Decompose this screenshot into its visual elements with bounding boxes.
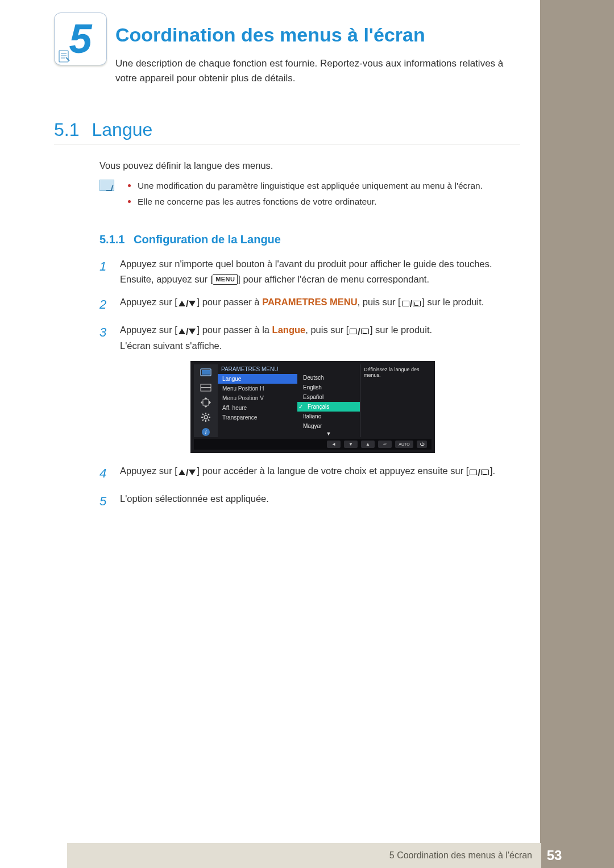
osd-button-bar: ◄ ▼ ▲ ↵ AUTO ⏻	[194, 439, 432, 450]
chapter-intro: Une description de chaque fonction est f…	[115, 56, 520, 86]
osd-enter-button-icon: ↵	[378, 441, 392, 448]
osd-icon-column: i	[194, 364, 218, 437]
osd-option-selected: Français	[297, 402, 360, 412]
osd-option: English	[297, 383, 360, 392]
osd-menu-item-selected: Langue	[218, 374, 297, 384]
osd-power-button-icon: ⏻	[417, 441, 427, 448]
subsection-header: 5.1.1 Configuration de la Langue	[99, 233, 520, 246]
monitor-icon	[199, 368, 213, 378]
chapter-badge: 5	[54, 13, 107, 65]
osd-screenshot: i PARAMETRES MENU Langue Menu Position H…	[190, 361, 520, 453]
svg-rect-7	[201, 387, 211, 388]
svg-rect-0	[59, 51, 68, 62]
svg-marker-9	[204, 397, 208, 399]
svg-marker-12	[209, 401, 211, 404]
note-item: Une modification du paramètre linguistiq…	[128, 178, 483, 194]
step-text: Appuyez sur [/] pour passer à la Langue,…	[120, 322, 432, 353]
osd-option: Español	[297, 392, 360, 402]
step: 4 Appuyez sur [/] pour accéder à la lang…	[99, 463, 520, 483]
select-enter-keys-icon: /	[470, 465, 489, 480]
pip-icon	[199, 383, 213, 393]
section-header: 5.1 Langue	[54, 119, 520, 144]
step: 1 Appuyez sur n'importe quel bouton à l'…	[99, 256, 520, 286]
note-item: Elle ne concerne pas les autres fonction…	[128, 194, 483, 210]
section-title: Langue	[92, 119, 152, 140]
step-number: 4	[99, 463, 109, 483]
info-icon	[99, 180, 114, 191]
svg-marker-11	[201, 401, 202, 404]
osd-auto-button: AUTO	[395, 441, 413, 448]
scroll-down-icon: ▼	[297, 431, 360, 437]
info-icon: i	[199, 427, 213, 437]
select-enter-keys-icon: /	[350, 324, 369, 339]
gear-icon	[199, 412, 213, 422]
step-text: Appuyez sur [/] pour accéder à la langue…	[120, 463, 495, 483]
margin-strip	[540, 0, 614, 868]
keyword-langue: Langue	[272, 325, 306, 335]
chapter-title: Coordination des menus à l'écran	[115, 17, 520, 46]
note-list: Une modification du paramètre linguistiq…	[128, 178, 483, 210]
page: 5 Coordination des menus à l'écran Une d…	[0, 0, 614, 868]
steps-list-cont: 4 Appuyez sur [/] pour accéder à la lang…	[99, 463, 520, 511]
osd-option: Italiano	[297, 412, 360, 421]
position-icon	[199, 397, 213, 408]
osd-left-button-icon: ◄	[327, 441, 341, 448]
step-text: L'option sélectionnée est appliquée.	[120, 491, 269, 511]
step: 5 L'option sélectionnée est appliquée.	[99, 491, 520, 511]
note-icon	[58, 49, 70, 63]
step-number: 5	[99, 491, 109, 511]
svg-text:i: i	[205, 429, 206, 435]
osd-menu-item: Menu Position V	[218, 393, 297, 403]
svg-marker-10	[204, 406, 208, 408]
svg-line-18	[202, 414, 204, 415]
osd-menu-item: Transparence	[218, 413, 297, 422]
osd-panel: i PARAMETRES MENU Langue Menu Position H…	[190, 361, 435, 453]
osd-option: Deutsch	[297, 373, 360, 383]
up-down-keys-icon: /	[179, 296, 196, 311]
subsection-title: Configuration de la Langue	[134, 233, 281, 246]
step-text: Appuyez sur [/] pour passer à PARAMETRES…	[120, 294, 484, 314]
step-number: 2	[99, 294, 109, 314]
step-number: 3	[99, 322, 109, 353]
section-intro: Vous pouvez définir la langue des menus.	[99, 160, 520, 171]
osd-down-button-icon: ▼	[344, 441, 358, 448]
menu-key-icon: MENU	[213, 274, 238, 285]
up-down-keys-icon: /	[179, 324, 196, 339]
svg-point-13	[204, 416, 208, 419]
osd-options-column: Deutsch English Español Français Italian…	[297, 364, 360, 437]
osd-menu-column: PARAMETRES MENU Langue Menu Position H M…	[218, 364, 297, 437]
page-footer: 5 Coordination des menus à l'écran 53	[0, 843, 614, 868]
subsection-number: 5.1.1	[99, 233, 125, 246]
note-block: Une modification du paramètre linguistiq…	[99, 178, 520, 210]
steps-list: 1 Appuyez sur n'importe quel bouton à l'…	[99, 256, 520, 353]
osd-menu-item: Menu Position H	[218, 384, 297, 393]
footer-title: 5 Coordination des menus à l'écran	[67, 843, 541, 868]
osd-tooltip: Définissez la langue des menus.	[360, 364, 427, 437]
step-text: Appuyez sur n'importe quel bouton à l'av…	[120, 256, 520, 286]
keyword-parametres-menu: PARAMETRES MENU	[262, 297, 357, 307]
select-enter-keys-icon: /	[402, 296, 421, 311]
osd-up-button-icon: ▲	[361, 441, 375, 448]
svg-rect-8	[203, 400, 209, 405]
section-number: 5.1	[54, 119, 79, 140]
step: 2 Appuyez sur [/] pour passer à PARAMETR…	[99, 294, 520, 314]
footer-page-number: 53	[541, 843, 567, 868]
svg-line-20	[202, 420, 204, 421]
up-down-keys-icon: /	[179, 465, 196, 480]
svg-line-19	[208, 420, 209, 421]
step: 3 Appuyez sur [/] pour passer à la Langu…	[99, 322, 520, 353]
content: 5 Coordination des menus à l'écran Une d…	[54, 17, 520, 519]
osd-menu-header: PARAMETRES MENU	[218, 364, 297, 374]
svg-rect-5	[202, 370, 210, 375]
svg-line-21	[208, 414, 209, 415]
step-number: 1	[99, 256, 109, 286]
osd-menu-item: Aff. heure	[218, 403, 297, 413]
osd-option: Magyar	[297, 421, 360, 431]
